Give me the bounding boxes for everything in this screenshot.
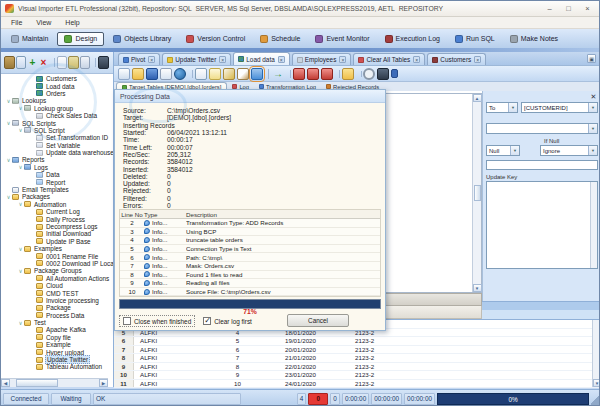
doc-tab-load-data[interactable]: Load data × — [233, 52, 289, 65]
add-icon[interactable] — [27, 56, 37, 69]
maximize-button[interactable]: □ — [559, 2, 578, 15]
copy-doc-icon[interactable] — [195, 68, 207, 80]
table-row[interactable]: 6 ALFKI 5 19/01/2020 2123-2 — [114, 337, 600, 346]
event-monitor-icon[interactable] — [307, 68, 319, 80]
close-tab-icon[interactable]: × — [148, 56, 155, 63]
scroll-left-icon[interactable]: ◀ — [1, 379, 10, 387]
scroll-right-icon[interactable]: ▶ — [99, 379, 108, 387]
log-row[interactable]: 4 Info... truncate table orders — [120, 236, 380, 245]
tree-item[interactable]: Data — [1, 171, 113, 178]
table-row[interactable]: 11 ALFKI 10 24/01/2020 2123-2 — [114, 380, 600, 389]
log-row[interactable]: 2 Info... Transformation Type: ADD Recor… — [120, 219, 380, 228]
tree-item[interactable]: Packages — [1, 193, 113, 200]
table-row[interactable]: 8 ALFKI 7 21/01/2020 2123-2 — [114, 354, 600, 363]
tab-schedule[interactable]: Schedule — [254, 32, 306, 46]
row-number-cell[interactable]: 8 — [114, 354, 134, 362]
close-tab-icon[interactable]: × — [474, 56, 481, 63]
tree-item[interactable]: Check Sales Data — [1, 112, 113, 119]
scrollbar-thumb[interactable] — [474, 185, 481, 201]
log-row[interactable]: 5 Info... Connection Type is Text — [120, 245, 380, 254]
delete-icon[interactable] — [38, 56, 48, 69]
tree-item[interactable]: Load data — [1, 82, 113, 89]
tree-item[interactable]: Package — [1, 304, 113, 311]
close-when-finished-checkbox[interactable]: Close when finished — [119, 315, 195, 327]
copy-icon[interactable] — [57, 56, 68, 69]
table-row[interactable]: 10 ALFKI 9 23/01/2020 2123-2 — [114, 371, 600, 380]
row-number-cell[interactable]: 10 — [114, 371, 134, 379]
view-data-icon[interactable] — [251, 68, 263, 80]
tree-item[interactable]: 0002 Download IP Location — [1, 260, 113, 267]
default-value-input[interactable] — [486, 160, 598, 170]
tab-objects-library[interactable]: Objects Library — [107, 32, 177, 46]
tree-item[interactable]: Orders — [1, 90, 113, 97]
find-icon[interactable] — [377, 68, 389, 80]
log-row[interactable]: 3 Info... Using BCP — [120, 228, 380, 237]
tree-item[interactable]: Automation — [1, 201, 113, 208]
schedule-icon[interactable] — [293, 68, 305, 80]
row-number-cell[interactable]: 11 — [114, 380, 134, 388]
row-number-cell[interactable]: 9 — [114, 363, 134, 371]
log-row[interactable]: 9 Info... Reading all files — [120, 279, 380, 288]
tab-design[interactable]: Design — [57, 32, 104, 46]
paste-icon[interactable] — [68, 56, 79, 69]
tree-item[interactable]: Lookups — [1, 97, 113, 104]
refresh-globe-icon[interactable] — [174, 68, 186, 80]
tree-item[interactable]: Customers — [1, 75, 113, 82]
folder-icon[interactable] — [342, 68, 354, 80]
source-field-select[interactable] — [486, 123, 598, 134]
doc-tab-clear-all-tables[interactable]: Clear All Tables × — [353, 53, 425, 65]
save-icon[interactable] — [146, 68, 158, 80]
listbox-scrollbar[interactable]: ▲ ▼ — [472, 94, 481, 292]
tree-item[interactable]: 0001 Rename File — [1, 252, 113, 259]
tab-maintain[interactable]: Maintain — [5, 32, 54, 46]
tree-item[interactable]: Package Groups — [1, 267, 113, 274]
tree-item[interactable]: Copy file — [1, 334, 113, 341]
import-icon[interactable] — [16, 56, 27, 69]
export-doc-icon[interactable] — [209, 68, 221, 80]
tree-item[interactable]: Report — [1, 178, 113, 185]
tree-item[interactable]: Set Transformation ID — [1, 134, 113, 141]
tab-make-notes[interactable]: Make Notes — [504, 32, 564, 46]
expression-textarea[interactable] — [486, 181, 598, 269]
tree-item[interactable]: SQL Scripts — [1, 119, 113, 126]
tree-item[interactable]: Set Variable — [1, 142, 113, 149]
tree-item[interactable]: Initial Download — [1, 230, 113, 237]
menu-view[interactable]: View — [29, 19, 58, 26]
resize-grip-icon[interactable] — [591, 393, 599, 405]
close-tab-icon[interactable]: × — [413, 56, 420, 63]
tree-item[interactable]: Decompress Logs — [1, 223, 113, 230]
execution-log-icon[interactable] — [321, 68, 333, 80]
cancel-button[interactable]: Cancel — [287, 314, 349, 327]
tree-item[interactable]: Daily Process — [1, 215, 113, 222]
run-icon[interactable] — [272, 68, 284, 80]
grid-vertical-scrollbar[interactable]: ▼ — [592, 320, 600, 387]
function-listbox[interactable]: ▲ ▼ — [384, 93, 482, 293]
doc-tab-pivot[interactable]: Pivot × — [118, 53, 160, 65]
grid-icon[interactable] — [160, 68, 172, 80]
tree-item[interactable]: Update data warehouse — [1, 149, 113, 156]
clear-log-first-checkbox[interactable]: Clear log first — [203, 317, 252, 325]
more-icon[interactable] — [391, 69, 398, 78]
tree-item[interactable]: Apache Kafka — [1, 326, 113, 333]
tree-item[interactable]: Cloud — [1, 282, 113, 289]
log-row[interactable]: 8 Info... Found 1 files to read — [120, 271, 380, 280]
tree-item[interactable]: Logs — [1, 164, 113, 171]
scroll-up-icon[interactable]: ▲ — [473, 94, 482, 102]
tree-item[interactable]: Reports — [1, 156, 113, 163]
tree-item[interactable]: Update IP Base — [1, 238, 113, 245]
direction-select[interactable]: To — [486, 102, 518, 113]
tree-item[interactable]: Process Data — [1, 312, 113, 319]
stop-icon[interactable] — [363, 68, 375, 80]
scrollbar-thumb[interactable] — [16, 379, 58, 387]
log-row[interactable]: 7 Info... Mask: Orders.csv — [120, 262, 380, 271]
tree-horizontal-scrollbar[interactable]: ◀ ▶ — [1, 378, 108, 387]
table-row[interactable]: 7 ALFKI 6 20/01/2020 2123-2 — [114, 346, 600, 355]
target-field-select[interactable]: [CUSTOMERID] — [521, 102, 598, 113]
dialog-title-bar[interactable]: Processing Data — [115, 90, 385, 103]
menu-file[interactable]: File — [4, 19, 29, 26]
close-tab-icon[interactable]: × — [278, 56, 285, 63]
checkbox-icon[interactable] — [123, 317, 131, 325]
scroll-down-icon[interactable]: ▼ — [593, 379, 600, 387]
close-tab-icon[interactable]: × — [339, 56, 346, 63]
scroll-down-icon[interactable]: ▼ — [473, 284, 482, 292]
